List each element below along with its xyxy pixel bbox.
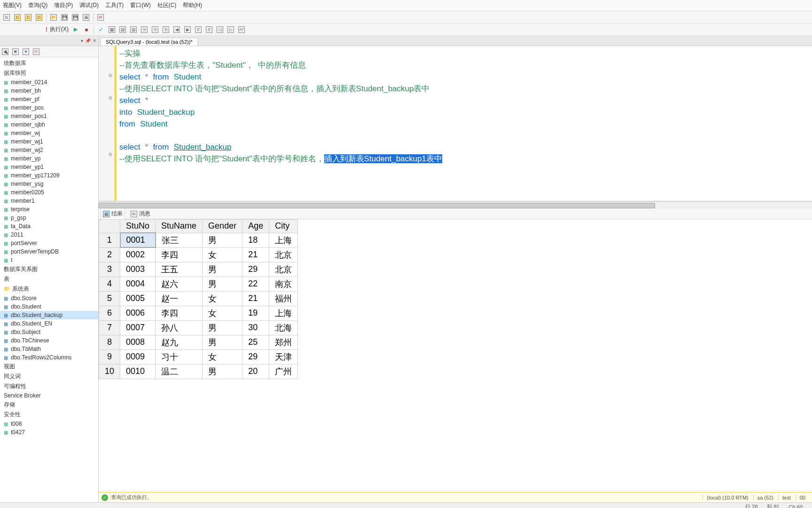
open-file-icon[interactable]: 📂 xyxy=(49,13,58,22)
menu-view[interactable]: 视图(V) xyxy=(3,1,22,9)
cell[interactable]: 男 xyxy=(203,262,242,277)
cell[interactable]: 0010 xyxy=(120,364,156,379)
tree-item[interactable]: ta_Data xyxy=(0,222,98,230)
tab-messages[interactable]: ✉ 消息 xyxy=(129,209,152,219)
menu-project[interactable]: 项目(P) xyxy=(54,1,73,9)
column-header[interactable]: City xyxy=(269,220,298,233)
tree-item[interactable]: member_yp xyxy=(0,154,98,163)
tree-item[interactable]: member_yp1 xyxy=(0,163,98,171)
code-content[interactable]: --实操 --首先查看数据库学生表，"Student"， 中的所有信息 sele… xyxy=(117,46,812,201)
tree-item[interactable]: 存储 xyxy=(0,400,98,410)
comment-icon[interactable]: // xyxy=(194,25,203,34)
row-number[interactable]: 6 xyxy=(99,306,120,320)
cell[interactable]: 20 xyxy=(242,364,269,379)
tree-item[interactable]: member_pos xyxy=(0,103,98,112)
menu-query[interactable]: 查询(Q) xyxy=(28,1,47,9)
row-number[interactable]: 2 xyxy=(99,247,120,262)
row-number[interactable]: 3 xyxy=(99,262,120,277)
toggle-icon-3[interactable]: ⎘ xyxy=(161,25,171,34)
row-number[interactable]: 1 xyxy=(99,233,120,247)
tree-item[interactable]: member_pos1 xyxy=(0,112,98,120)
save-all-icon[interactable]: 💾 xyxy=(70,13,80,22)
cell[interactable]: 李四 xyxy=(156,247,203,262)
cell[interactable]: 北京 xyxy=(269,262,298,277)
indent-dec-icon[interactable]: ◀ xyxy=(172,25,181,34)
activity-icon[interactable]: ⟳ xyxy=(96,13,105,22)
column-header[interactable]: Age xyxy=(242,220,269,233)
tab-sqlquery3[interactable]: SQLQuery3.sql - (local).test (sa (52))* xyxy=(101,38,198,46)
tree-item[interactable]: member1 xyxy=(0,197,98,205)
cell[interactable]: 李四 xyxy=(156,306,203,320)
cell[interactable]: 赵一 xyxy=(156,291,203,306)
tree-item[interactable]: dbo.TestRows2Columns xyxy=(0,353,98,362)
tree-item[interactable]: member_wj2 xyxy=(0,146,98,154)
connect-icon[interactable]: 🔌 xyxy=(2,48,9,56)
tree-item[interactable]: member_pf xyxy=(0,95,98,103)
pin-icon[interactable]: 📌 xyxy=(85,38,91,43)
options-icon[interactable]: Aᵇ xyxy=(237,25,246,34)
tree-item[interactable]: terprise xyxy=(0,205,98,214)
tree-item[interactable]: member_wj1 xyxy=(0,137,98,146)
cell[interactable]: 29 xyxy=(242,349,269,364)
cell[interactable]: 北京 xyxy=(269,247,298,262)
menu-debug[interactable]: 调试(D) xyxy=(79,1,99,9)
tree-item[interactable]: 可编程性 xyxy=(0,381,98,391)
results-grid[interactable]: StuNoStuNameGenderAgeCity10001张三男18上海200… xyxy=(99,219,812,492)
table-row[interactable]: 80008赵九男25郑州 xyxy=(99,335,298,349)
table-row[interactable]: 100010温二男20广州 xyxy=(99,364,298,379)
tree-item[interactable]: 安全性 xyxy=(0,410,98,420)
tree-item[interactable]: 同义词 xyxy=(0,372,98,381)
disconnect-icon[interactable]: ✖ xyxy=(12,48,20,56)
row-number[interactable]: 4 xyxy=(99,277,120,291)
tree-item[interactable]: member_bh xyxy=(0,87,98,95)
cell[interactable]: 孙八 xyxy=(156,320,203,335)
cell[interactable]: 郑州 xyxy=(269,335,298,349)
tree-item[interactable]: dbo.TbChinese xyxy=(0,336,98,345)
fold-minus-icon[interactable]: ⊟ xyxy=(107,71,114,80)
cell[interactable]: 21 xyxy=(242,291,269,306)
cell[interactable]: 王五 xyxy=(156,262,203,277)
cell[interactable]: 0008 xyxy=(120,335,156,349)
cell[interactable]: 0009 xyxy=(120,349,156,364)
tree-item[interactable]: dbo.TbMath xyxy=(0,345,98,353)
outdent-icon[interactable]: ◁ xyxy=(215,25,225,34)
stop-icon[interactable]: ■ xyxy=(82,25,91,34)
cell[interactable]: 0001 xyxy=(120,233,156,247)
tree-item[interactable]: dbo.Subject xyxy=(0,328,98,336)
dropdown-icon[interactable]: ▾ xyxy=(81,38,83,43)
tree-item[interactable]: portServerTempDB xyxy=(0,247,98,256)
cell[interactable]: 29 xyxy=(242,262,269,277)
cell[interactable]: 南京 xyxy=(269,277,298,291)
open-db2-icon[interactable]: D xyxy=(23,13,33,22)
toggle-icon-1[interactable]: ⎘ xyxy=(140,25,149,34)
open-db-icon[interactable]: D xyxy=(13,13,22,22)
cell[interactable]: 0005 xyxy=(120,291,156,306)
menu-community[interactable]: 社区(C) xyxy=(157,1,177,9)
print-icon[interactable]: 🖶 xyxy=(81,13,91,22)
code-editor[interactable]: ⊟ ⊟ ⊟ --实操 --首先查看数据库学生表，"Student"， 中的所有信… xyxy=(99,46,812,201)
tree-item[interactable]: dbo.Score xyxy=(0,294,98,302)
cell[interactable]: 0004 xyxy=(120,277,156,291)
save-icon[interactable]: 💾 xyxy=(60,13,69,22)
cell[interactable]: 温二 xyxy=(156,364,203,379)
cell[interactable]: 18 xyxy=(242,233,269,247)
cell[interactable]: 男 xyxy=(203,364,242,379)
cell[interactable]: 广州 xyxy=(269,364,298,379)
column-header[interactable]: StuName xyxy=(156,220,203,233)
table-row[interactable]: 10001张三男18上海 xyxy=(99,233,298,247)
cell[interactable]: 赵六 xyxy=(156,277,203,291)
row-number[interactable]: 10 xyxy=(99,364,120,379)
tree-item[interactable]: 统数据库 xyxy=(0,58,98,68)
toggle-icon-2[interactable]: ⎘ xyxy=(150,25,160,34)
tree-item[interactable]: member_yp171209 xyxy=(0,171,98,180)
tree-item[interactable]: 视图 xyxy=(0,362,98,372)
cell[interactable]: 21 xyxy=(242,247,269,262)
tree-item[interactable]: portServer xyxy=(0,239,98,247)
execute-button[interactable]: 执行(X) xyxy=(49,25,70,33)
row-number[interactable]: 5 xyxy=(99,291,120,306)
cell[interactable]: 女 xyxy=(203,247,242,262)
tree-item[interactable]: 据库快照 xyxy=(0,68,98,78)
fold-minus-icon[interactable]: ⊟ xyxy=(107,93,114,103)
cell[interactable]: 0003 xyxy=(120,262,156,277)
tree-item[interactable]: 数据库关系图 xyxy=(0,264,98,274)
